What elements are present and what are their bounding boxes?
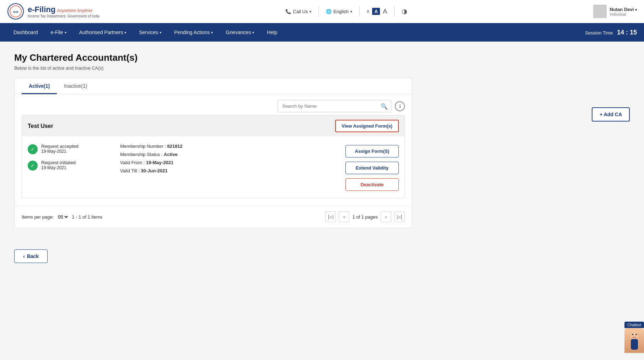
search-row: 🔍 ℹ [15, 94, 412, 115]
efiling-logo: e-Filing Anywhere Anytime [28, 5, 100, 14]
page-title: My Chartered Accountant(s) [14, 52, 412, 63]
status-item-accepted: ✓ Request accepted 19-May-2021 [28, 144, 106, 154]
status-accepted-label: Request accepted [41, 144, 79, 149]
avatar [593, 5, 607, 18]
status-item-initiated: ✓ Request initiated 19-May-2021 [28, 160, 106, 171]
assign-form-button[interactable]: Assign Form(S) [345, 145, 399, 157]
tab-inactive[interactable]: Inactive(1) [57, 78, 94, 94]
pending-arrow-icon: ▾ [211, 31, 213, 34]
tab-bar: Active(1) Inactive(1) [15, 78, 412, 94]
main-area: My Chartered Accountant(s) Below is the … [0, 42, 426, 239]
search-input[interactable] [278, 100, 391, 112]
nav-item-authorised-partners[interactable]: Authorised Partners ▾ [73, 23, 133, 42]
session-timer: Session Time 14 : 15 [585, 29, 637, 36]
info-icon[interactable]: ℹ [395, 101, 405, 111]
user-name[interactable]: Nutan Devi ▾ [610, 7, 637, 12]
ca-card: Test User View Assigned Form(s) ✓ Reques… [22, 115, 405, 198]
prev-page-button[interactable]: ‹ [339, 211, 349, 222]
logo-subtitle: Income Tax Department, Government of Ind… [28, 14, 100, 18]
efile-arrow-icon: ▾ [65, 31, 66, 34]
add-ca-button[interactable]: + Add CA [592, 107, 630, 122]
nav-item-services[interactable]: Services ▾ [133, 23, 168, 42]
nav-item-efile[interactable]: e-File ▾ [44, 23, 73, 42]
items-range: 1 - 1 of 1 items [72, 214, 102, 220]
emblem-icon: GOI [7, 3, 24, 20]
extend-validity-button[interactable]: Extend Validity [345, 162, 399, 174]
font-large-button[interactable]: A [383, 8, 387, 15]
per-page-select[interactable]: 05 10 25 [57, 214, 69, 220]
last-page-button[interactable]: ▷| [394, 211, 405, 222]
globe-icon: 🌐 [326, 9, 332, 14]
phone-icon: 📞 [285, 9, 291, 14]
accepted-check-icon: ✓ [28, 144, 38, 154]
language-selector[interactable]: 🌐 English ▾ [326, 9, 352, 14]
main-card: Active(1) Inactive(1) 🔍 ℹ Test User View… [14, 78, 412, 228]
navigation: Dashboard e-File ▾ Authorised Partners ▾… [0, 23, 644, 42]
nav-item-pending-actions[interactable]: Pending Actions ▾ [168, 23, 219, 42]
membership-status: Membership Status : Active [120, 152, 338, 157]
divider2 [359, 6, 360, 17]
contrast-toggle-button[interactable]: ◑ [402, 7, 407, 15]
user-arrow-icon: ▾ [635, 8, 637, 12]
user-role: Individual [610, 12, 637, 16]
nav-item-help[interactable]: Help [261, 23, 284, 42]
next-page-button[interactable]: › [381, 211, 391, 222]
grievances-arrow-icon: ▾ [252, 31, 254, 34]
page-subtitle: Below is the list of active and inactive… [14, 65, 412, 71]
font-size-controls: A A A [367, 8, 387, 15]
tab-active[interactable]: Active(1) [22, 78, 57, 94]
tagline: Anywhere Anytime [57, 8, 92, 13]
initiated-check-icon: ✓ [28, 161, 38, 171]
partners-arrow-icon: ▾ [124, 31, 126, 34]
nav-item-grievances[interactable]: Grievances ▾ [219, 23, 261, 42]
back-arrow-icon: ‹ [23, 253, 25, 259]
status-initiated-label: Request initiated [41, 160, 76, 165]
ca-name: Test User [28, 123, 53, 129]
first-page-button[interactable]: |◁ [325, 211, 336, 222]
ca-actions-column: Assign Form(S) Extend Validity Deactivat… [345, 144, 399, 191]
user-menu[interactable]: Nutan Devi ▾ Individual [593, 5, 637, 18]
valid-from: Valid From : 19-May-2021 [120, 160, 338, 165]
status-initiated-date: 19-May-2021 [41, 165, 76, 170]
font-medium-button[interactable]: A [372, 8, 380, 15]
page-info: 1 of 1 pages [352, 214, 378, 220]
ca-card-header: Test User View Assigned Form(s) [22, 115, 404, 136]
page-navigation: |◁ ‹ 1 of 1 pages › ▷| [325, 211, 405, 222]
main-content: My Chartered Accountant(s) Below is the … [0, 42, 644, 263]
logo-text: e-Filing Anywhere Anytime Income Tax Dep… [28, 5, 100, 18]
ca-card-body: ✓ Request accepted 19-May-2021 ✓ Request… [22, 136, 404, 198]
items-per-page: Items per page: 05 10 25 1 - 1 of 1 item… [22, 214, 102, 220]
ca-details-column: Membership Number : 821812 Membership St… [113, 144, 338, 191]
header: GOI e-Filing Anywhere Anytime Income Tax… [0, 0, 644, 23]
pagination-row: Items per page: 05 10 25 1 - 1 of 1 item… [15, 205, 412, 228]
call-arrow-icon: ▾ [310, 10, 311, 14]
svg-text:GOI: GOI [13, 10, 18, 14]
membership-number: Membership Number : 821812 [120, 144, 338, 149]
ca-status-column: ✓ Request accepted 19-May-2021 ✓ Request… [28, 144, 106, 191]
nav-item-dashboard[interactable]: Dashboard [7, 23, 44, 42]
view-assigned-forms-button[interactable]: View Assigned Form(s) [335, 120, 399, 132]
divider3 [394, 6, 395, 17]
user-info: Nutan Devi ▾ Individual [610, 7, 637, 16]
deactivate-button[interactable]: Deactivate [345, 178, 399, 191]
lang-arrow-icon: ▾ [350, 10, 352, 14]
header-controls: 📞 Call Us ▾ 🌐 English ▾ A A A ◑ [285, 6, 407, 17]
divider [318, 6, 319, 17]
call-us-button[interactable]: 📞 Call Us ▾ [285, 9, 311, 14]
valid-till: Valid Till : 30-Jun-2021 [120, 168, 338, 173]
status-accepted-date: 19-May-2021 [41, 149, 79, 154]
services-arrow-icon: ▾ [160, 31, 161, 34]
font-small-button[interactable]: A [367, 9, 369, 14]
search-box: 🔍 [278, 100, 391, 112]
logo: GOI e-Filing Anywhere Anytime Income Tax… [7, 3, 100, 20]
back-button[interactable]: ‹ Back [14, 249, 48, 263]
search-icon: 🔍 [381, 103, 388, 109]
session-time-digits: 14 : 15 [617, 29, 637, 36]
